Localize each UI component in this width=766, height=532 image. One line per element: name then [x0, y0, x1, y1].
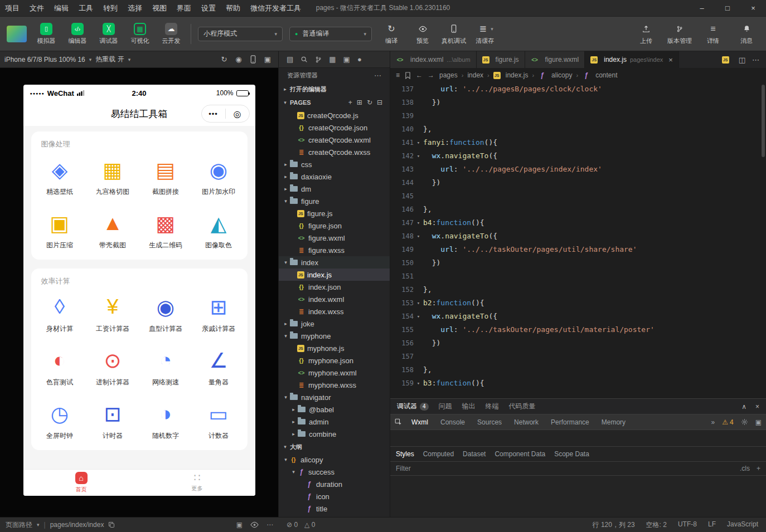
panel-tab-调试器[interactable]: 调试器4 — [397, 402, 429, 411]
code-line[interactable]: 146}, — [390, 203, 766, 216]
wxml-tree-area[interactable] — [390, 429, 766, 446]
editor-tab-index.js[interactable]: JSindex.jspages\index× — [585, 51, 679, 68]
source-control-icon[interactable] — [315, 56, 322, 64]
tool-item[interactable]: ◊身材计算 — [33, 287, 86, 341]
code-line[interactable]: 159▾b3:function(){ — [390, 377, 766, 390]
menu-item[interactable]: 选择 — [123, 0, 147, 16]
code-line[interactable]: 152}, — [390, 283, 766, 296]
code-line[interactable]: 158}, — [390, 363, 766, 377]
menu-item[interactable]: 工具 — [74, 0, 98, 16]
styles-tab-Scope Data[interactable]: Scope Data — [554, 450, 589, 458]
back-icon[interactable]: ← — [416, 72, 423, 79]
gear-icon[interactable] — [741, 418, 748, 426]
code-line[interactable]: 148▾ wx.navigateTo({ — [390, 230, 766, 243]
menu-item[interactable]: 界面 — [172, 0, 196, 16]
forward-icon[interactable]: → — [428, 72, 434, 79]
grid-icon[interactable]: ▦ — [329, 56, 336, 63]
hot-reload-toggle[interactable]: 热重载 开 — [95, 55, 124, 64]
tool-item[interactable]: ∠量角器 — [192, 341, 245, 394]
code-line[interactable]: 140}, — [390, 123, 766, 136]
files-icon[interactable]: ▤ — [287, 56, 293, 63]
toolbar-button[interactable]: ☁云开发 — [158, 23, 184, 45]
tree-folder[interactable]: ▾myphone — [279, 330, 390, 342]
menu-item[interactable]: 编辑 — [49, 0, 74, 16]
tree-item[interactable]: ≣createQrcode.wxss — [279, 146, 390, 158]
breadcrumb-item[interactable]: pages — [439, 71, 458, 79]
code-line[interactable]: 154▾ wx.navigateTo({ — [390, 310, 766, 323]
menu-item[interactable]: 转到 — [98, 0, 123, 16]
menu-item[interactable]: 项目 — [0, 0, 25, 16]
tree-item[interactable]: JSmyphone.js — [279, 342, 390, 354]
vconsole-icon[interactable]: ▣ — [236, 521, 243, 528]
editor-tab-figure.wxml[interactable]: <>figure.wxml — [525, 51, 585, 68]
devtools-tab-Wxml[interactable]: Wxml — [406, 418, 433, 426]
tool-item[interactable]: ¥工资计算器 — [86, 287, 139, 341]
screenshot-icon[interactable]: ▣ — [261, 55, 274, 64]
capsule-close-icon[interactable]: ◎ — [226, 109, 249, 119]
tabbar-item-首页[interactable]: ⌂首页 — [23, 470, 139, 496]
encoding-setting[interactable]: UTF-8 — [678, 520, 697, 530]
breadcrumb-item[interactable]: ƒalicopy — [538, 71, 572, 79]
code-line[interactable]: 149 url: '../../taskOuter/pages/util/sha… — [390, 243, 766, 256]
tab-overflow-icon[interactable]: » — [711, 419, 715, 426]
code-line[interactable]: 157 — [390, 350, 766, 363]
breadcrumb-item[interactable]: ƒcontent — [582, 71, 617, 79]
new-folder-icon[interactable]: ⊞ — [357, 99, 362, 106]
indent-setting[interactable]: 空格: 2 — [646, 520, 667, 530]
tree-folder[interactable]: ▸css — [279, 158, 390, 170]
tool-item[interactable]: ⊡计时器 — [86, 394, 139, 448]
toolbar-button[interactable]: 消息 — [734, 23, 759, 45]
problems-indicator[interactable]: ⊘ 0 △ 0 — [279, 521, 323, 529]
toolbar-button[interactable]: ≡详情 — [700, 23, 726, 45]
copy-icon[interactable] — [108, 521, 115, 528]
tool-item[interactable]: ▣图片压缩 — [33, 204, 86, 257]
new-file-icon[interactable]: + — [348, 99, 352, 106]
styles-tab-Component Data[interactable]: Component Data — [494, 450, 545, 458]
devtools-tab-Sources[interactable]: Sources — [472, 418, 507, 426]
code-line[interactable]: 156 }) — [390, 336, 766, 350]
panel-tab-问题[interactable]: 问题 — [439, 402, 452, 411]
open-editors-section[interactable]: ▸ 打开的编辑器 — [279, 82, 390, 96]
device-select[interactable]: iPhone 6/7/8 Plus 100% 16 — [4, 56, 85, 64]
tree-item[interactable]: JSfigure.js — [279, 207, 390, 219]
code-line[interactable]: 155 url: '../../taskOuter/pages/util/mat… — [390, 323, 766, 336]
code-line[interactable]: 141▾fanyi:function(){ — [390, 136, 766, 149]
tree-folder[interactable]: ▾figure — [279, 195, 390, 207]
tool-item[interactable]: ▲带壳截图 — [86, 204, 139, 257]
rotate-icon[interactable]: ↻ — [218, 55, 230, 64]
cls-button[interactable]: .cls — [740, 465, 750, 472]
more-actions-icon[interactable]: ⋯ — [266, 521, 273, 528]
cursor-position[interactable]: 行 120，列 23 — [593, 520, 635, 530]
close-icon[interactable]: × — [668, 56, 673, 64]
code-line[interactable]: 151 — [390, 270, 766, 283]
toolbar-button[interactable]: 上传 — [633, 23, 659, 45]
toolbar-button[interactable]: ╳调试器 — [96, 23, 122, 45]
code-line[interactable]: 142▾ wx.navigateTo({ — [390, 149, 766, 163]
tool-item[interactable]: ◭图像取色 — [192, 204, 245, 257]
toolbar-button[interactable]: ≣▾清缓存 — [472, 23, 498, 45]
tree-item[interactable]: <>figure.wxml — [279, 232, 390, 244]
close-panel-icon[interactable]: × — [755, 403, 759, 410]
tree-item[interactable]: ≣myphone.wxss — [279, 379, 390, 391]
project-avatar[interactable] — [7, 26, 27, 42]
tool-item[interactable]: ◉图片加水印 — [192, 150, 245, 204]
npm-icon[interactable]: ● — [357, 56, 362, 63]
code-line[interactable]: 143 url: '../../pagesC/pages/index/index… — [390, 163, 766, 176]
tool-item[interactable]: ◐色盲测试 — [33, 341, 86, 394]
tool-item[interactable]: ◉血型计算器 — [139, 287, 192, 341]
tree-item[interactable]: ƒtitle — [279, 502, 390, 515]
menu-item[interactable]: 视图 — [147, 0, 172, 16]
tree-item[interactable]: JScreateQrcode.js — [279, 109, 390, 121]
tree-folder[interactable]: ▾index — [279, 256, 390, 269]
tool-item[interactable]: ▩生成二维码 — [139, 204, 192, 257]
devtools-tab-Performance[interactable]: Performance — [546, 418, 594, 426]
styles-tab-Dataset[interactable]: Dataset — [463, 450, 486, 458]
pages-section[interactable]: ▾ PAGES +⊞↻⊟ — [279, 96, 390, 109]
code-line[interactable]: 147▾b4:function(){ — [390, 216, 766, 230]
code-line[interactable]: 150 }) — [390, 256, 766, 270]
outline-section[interactable]: ▾ 大纲 — [279, 440, 390, 453]
tree-item[interactable]: {}index.json — [279, 281, 390, 293]
tree-item[interactable]: ƒicon — [279, 490, 390, 502]
tree-item[interactable]: <>createQrcode.wxml — [279, 134, 390, 146]
devtools-tab-Network[interactable]: Network — [509, 418, 544, 426]
